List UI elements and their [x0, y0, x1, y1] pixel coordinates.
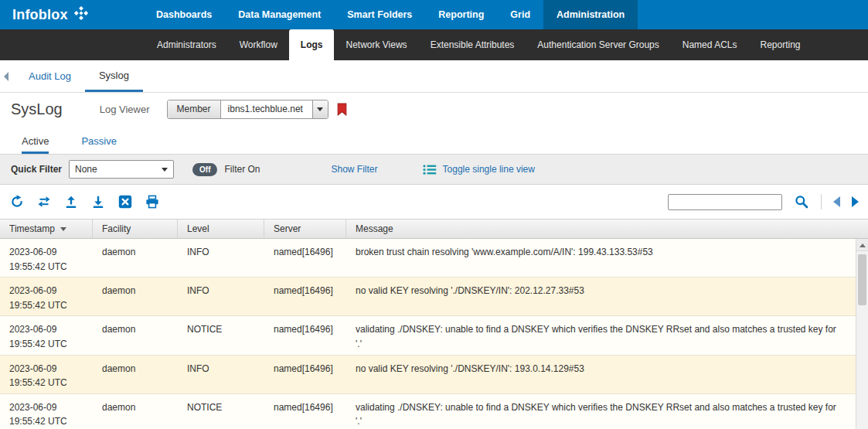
cell-facility: daemon [93, 239, 178, 277]
cell-server: named[16496] [264, 316, 346, 354]
column-header-level[interactable]: Level [178, 220, 264, 238]
toolbar-divider [821, 194, 822, 209]
grid-body: 2023-06-09 19:55:42 UTC daemon INFO name… [0, 239, 868, 429]
table-row[interactable]: 2023-06-09 19:55:42 UTC daemon INFO name… [0, 277, 868, 316]
nav-item-reporting[interactable]: Reporting [425, 0, 497, 29]
cell-level: INFO [178, 277, 264, 315]
subnav-workflow[interactable]: Workflow [228, 29, 289, 60]
search-button[interactable] [794, 194, 809, 209]
sort-desc-icon [60, 227, 66, 234]
close-box-icon [118, 195, 132, 209]
cell-facility: daemon [93, 277, 178, 315]
search-input[interactable] [668, 194, 782, 210]
table-row[interactable]: 2023-06-09 19:55:42 UTC daemon INFO name… [0, 239, 868, 277]
nav-item-grid[interactable]: Grid [497, 0, 543, 29]
cell-timestamp: 2023-06-09 19:55:42 UTC [0, 316, 93, 354]
tab-audit-log[interactable]: Audit Log [15, 60, 85, 92]
print-button[interactable] [145, 194, 160, 209]
nav-item-dashboards[interactable]: Dashboards [143, 0, 225, 29]
cell-message: no valid KEY resolving './DNSKEY/IN': 19… [346, 356, 868, 393]
infoblox-logo[interactable]: Infoblox [0, 0, 143, 29]
collapse-left-icon [4, 72, 9, 81]
subnav-logs[interactable]: Logs [289, 29, 335, 60]
prev-page-button[interactable] [833, 196, 840, 207]
tab-passive[interactable]: Passive [81, 135, 117, 154]
column-header-message[interactable]: Message [346, 220, 868, 238]
table-row[interactable]: 2023-06-09 19:55:42 UTC daemon NOTICE na… [0, 394, 868, 429]
cell-level: INFO [178, 239, 264, 277]
cell-facility: daemon [93, 316, 178, 354]
arrow-up-icon [859, 240, 866, 247]
clear-button[interactable] [117, 194, 133, 209]
collapse-panel-button[interactable] [0, 60, 15, 92]
scroll-up-button[interactable] [856, 239, 868, 251]
download-button[interactable] [90, 194, 106, 209]
search-icon [795, 195, 808, 209]
cell-timestamp: 2023-06-09 19:55:42 UTC [0, 356, 93, 393]
tab-syslog[interactable]: Syslog [85, 60, 143, 92]
quick-filter-select[interactable]: None [69, 160, 174, 179]
chevron-down-icon [317, 107, 323, 114]
next-page-button[interactable] [852, 196, 859, 207]
page-subtitle: Log Viewer [100, 104, 150, 115]
bookmark-button[interactable] [337, 103, 347, 116]
cell-server: named[16496] [264, 394, 346, 429]
quick-filter-label: Quick Filter [11, 164, 62, 175]
subnav-reporting[interactable]: Reporting [748, 29, 812, 60]
list-icon [423, 164, 437, 175]
sync-arrows-icon [37, 195, 51, 209]
cell-level: NOTICE [178, 394, 264, 429]
brand-name: Infoblox [12, 7, 68, 23]
filter-on-toggle[interactable]: Off [192, 163, 217, 176]
primary-nav: Dashboards Data Management Smart Folders… [143, 0, 638, 29]
grid-header-row: Timestamp Facility Level Server Message [0, 219, 868, 239]
nav-item-administration[interactable]: Administration [543, 0, 638, 29]
cell-server: named[16496] [264, 239, 346, 277]
table-row[interactable]: 2023-06-09 19:55:42 UTC daemon INFO name… [0, 356, 868, 394]
download-icon [91, 195, 105, 209]
upload-button[interactable] [63, 194, 79, 209]
auto-refresh-button[interactable] [36, 194, 52, 209]
cell-facility: daemon [93, 394, 178, 429]
filter-bar: Quick Filter None Off Filter On Show Fil… [0, 154, 868, 185]
toggle-single-line-link[interactable]: Toggle single line view [423, 164, 535, 175]
show-filter-link[interactable]: Show Filter [332, 164, 378, 175]
upload-icon [64, 195, 78, 209]
vertical-scrollbar[interactable] [856, 239, 868, 429]
member-dropdown-button[interactable] [312, 100, 328, 118]
top-nav-bar: Infoblox Dashboards Data Management Smar… [0, 0, 868, 29]
toggle-single-line-label: Toggle single line view [443, 164, 535, 175]
filter-on-label: Filter On [224, 164, 260, 175]
scrollbar-thumb[interactable] [858, 254, 866, 305]
cell-server: named[16496] [264, 277, 346, 315]
subnav-administrators[interactable]: Administrators [145, 29, 228, 60]
member-value[interactable]: ibns1.techblue.net [221, 100, 312, 118]
cell-facility: daemon [93, 356, 178, 393]
bookmark-icon [337, 103, 347, 116]
cell-level: INFO [178, 356, 264, 393]
member-label: Member [168, 100, 221, 118]
refresh-icon [10, 195, 24, 209]
admin-sub-nav: Administrators Workflow Logs Network Vie… [0, 29, 868, 60]
cell-message: no valid KEY resolving './DNSKEY/IN': 20… [346, 277, 868, 315]
subnav-extensible-attributes[interactable]: Extensible Attributes [419, 29, 526, 60]
cell-timestamp: 2023-06-09 19:55:42 UTC [0, 239, 93, 277]
subnav-auth-server-groups[interactable]: Authentication Server Groups [526, 29, 670, 60]
table-row[interactable]: 2023-06-09 19:55:42 UTC daemon NOTICE na… [0, 316, 868, 355]
refresh-button[interactable] [9, 194, 25, 209]
column-header-server[interactable]: Server [264, 220, 346, 238]
nav-item-data-management[interactable]: Data Management [225, 0, 334, 29]
nav-item-smart-folders[interactable]: Smart Folders [334, 0, 425, 29]
chevron-down-icon [162, 168, 168, 175]
cell-server: named[16496] [264, 356, 346, 393]
cell-level: NOTICE [178, 316, 264, 354]
column-header-timestamp[interactable]: Timestamp [0, 220, 93, 238]
grid-toolbar [0, 185, 868, 219]
subnav-network-views[interactable]: Network Views [334, 29, 418, 60]
member-selector: Member ibns1.techblue.net [167, 100, 328, 119]
cell-message: validating ./DNSKEY: unable to find a DN… [346, 394, 868, 429]
column-header-facility[interactable]: Facility [93, 220, 178, 238]
tab-active[interactable]: Active [22, 135, 49, 154]
subnav-named-acls[interactable]: Named ACLs [671, 29, 749, 60]
view-tab-strip: Active Passive [0, 125, 868, 154]
